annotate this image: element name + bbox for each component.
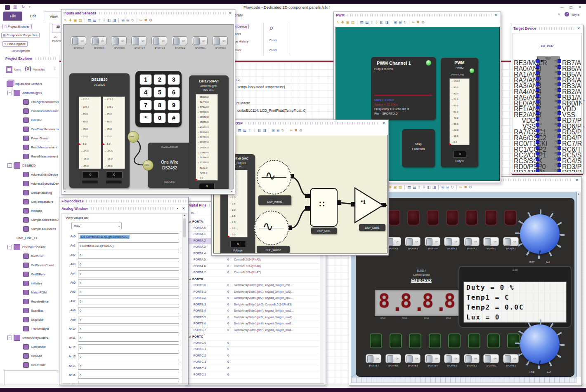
- pin-row-portb-0[interactable]: PORTB.00SwitchArraySlider1(pin0), keypad…: [187, 282, 319, 289]
- target-device-title[interactable]: Target Device ✕: [511, 25, 583, 32]
- ldr-knob[interactable]: [520, 324, 560, 364]
- onewire-block[interactable]: OneWireDS2482 One Wire DS2482 (I2C CH1): [148, 143, 191, 188]
- toggle-switch[interactable]: Off: [405, 354, 421, 363]
- analog-value-input[interactable]: 0: [78, 344, 179, 351]
- keypad-key-2[interactable]: 2: [154, 74, 166, 85]
- analog-outer-window[interactable]: Flowcodex19 Analog Window • ✕ View value…: [59, 197, 189, 385]
- delete-icon[interactable]: ✖: [464, 185, 467, 189]
- tree-item-gethandle[interactable]: GetHandle: [3, 342, 59, 351]
- group-expander-icon[interactable]: ◢: [189, 220, 191, 223]
- rotate-icon[interactable]: ↻: [403, 21, 406, 24]
- toggle-switch[interactable]: Off: [483, 354, 499, 363]
- keypad-key-3[interactable]: 3: [168, 74, 180, 85]
- toggle-switch[interactable]: Off: [483, 237, 499, 246]
- mixer-block[interactable]: ∶∶: [310, 188, 338, 227]
- flip-v-icon[interactable]: ◨: [432, 185, 436, 189]
- tree-item-initialise[interactable]: Initialise: [3, 279, 59, 288]
- tab-view[interactable]: View: [44, 12, 64, 21]
- push-button[interactable]: [429, 333, 441, 348]
- wave2-generator[interactable]: ∿: [254, 211, 289, 245]
- raise-icon[interactable]: ⇧: [248, 129, 251, 132]
- flowcode-doc-title[interactable]: Flowcodex19: [59, 197, 188, 204]
- target-device-window[interactable]: Target Device ✕ 16F1937 RE3/MCLR140RB7/A…: [511, 25, 584, 174]
- wire-node[interactable]: 1Wire: [128, 131, 139, 143]
- send-back-icon[interactable]: ⬓: [365, 21, 369, 24]
- analog-value-input[interactable]: 826 ComboBL0114(LightSensorADC): [78, 233, 179, 240]
- paste-icon[interactable]: ▤: [399, 185, 402, 189]
- expander-icon[interactable]: −: [7, 91, 12, 95]
- flip-v-icon[interactable]: ◨: [385, 21, 389, 24]
- keypad-key-*[interactable]: *: [139, 113, 152, 123]
- tree-item-inputs-and-sensors[interactable]: Inputs and Sensors: [3, 79, 59, 88]
- delete-icon[interactable]: ✖: [144, 19, 147, 22]
- tree-item-ambientlight1[interactable]: −AmbientLight1: [3, 88, 59, 97]
- pin-row-portc-5[interactable]: PORTC.50: [187, 372, 319, 379]
- config-icon[interactable]: ⚙: [149, 19, 152, 22]
- toggle-switch[interactable]: Off: [464, 237, 480, 246]
- tree-item-skipaddr[interactable]: SkipAddr: [3, 315, 59, 324]
- variables-icon[interactable]: {x}: [25, 66, 31, 72]
- analog-window-title[interactable]: Analog Window • ✕: [59, 204, 188, 212]
- component-properties-button[interactable]: ▤Component Properties: [1, 33, 40, 38]
- pin-row-portb-1[interactable]: PORTB.10SwitchArraySlider1(pin1), keypad…: [187, 289, 319, 296]
- dsp-window-title[interactable]: Outputs and DSP ✕: [212, 120, 388, 127]
- analog-value-input[interactable]: 0: [78, 353, 179, 360]
- undo-icon[interactable]: ↻: [21, 5, 25, 9]
- cut-icon[interactable]: ✂: [459, 185, 463, 189]
- close-icon[interactable]: ✕: [576, 26, 581, 31]
- tab-edit[interactable]: Edit: [24, 12, 42, 21]
- toggle-switch[interactable]: Off: [503, 354, 519, 363]
- keypad-key-0[interactable]: 0: [154, 113, 166, 123]
- config-icon[interactable]: ⚙: [469, 185, 472, 189]
- inputs-hscrollbar[interactable]: ◂▸: [63, 189, 233, 193]
- project-explorer-button[interactable]: ▢Project Explorer: [2, 24, 32, 29]
- tree-item-transmitbyte[interactable]: TransmitByte: [3, 324, 59, 333]
- config-icon[interactable]: ⚙: [299, 129, 302, 132]
- tree-item-addressnextdevice[interactable]: AddressNextDevice: [3, 170, 59, 179]
- push-button[interactable]: [370, 333, 382, 348]
- toggle-switch[interactable]: Off: [425, 354, 440, 363]
- keypad-key-#[interactable]: #: [168, 113, 180, 123]
- keypad-key-4[interactable]: 4: [139, 87, 152, 98]
- wire-node[interactable]: 1Wire: [143, 160, 154, 171]
- tree-item-addressspecificdevi[interactable]: AddressSpecificDevi: [3, 179, 59, 188]
- keypad-key-9[interactable]: 9: [168, 100, 180, 110]
- pin-row-portb-5[interactable]: PORTB.50SwitchArraySlider1(pin5), keypad…: [187, 315, 319, 322]
- pin-row-portc-4[interactable]: PORTC.40: [187, 366, 319, 373]
- bring-front-icon[interactable]: ⬒: [407, 185, 411, 189]
- bring-front-icon[interactable]: ⬒: [360, 21, 364, 24]
- ungroup-icon[interactable]: ⊟: [276, 129, 280, 132]
- analog-value-input[interactable]: 0: [78, 252, 179, 259]
- rotate-icon[interactable]: ↻: [281, 129, 284, 132]
- inputs-window-title[interactable]: Inputs and Sensors ✕: [61, 9, 235, 16]
- pwm-window-title[interactable]: PWM ✕: [334, 12, 501, 19]
- analog-value-input[interactable]: 0: [78, 326, 179, 333]
- tree-item-getserialstring[interactable]: GetSerialString: [3, 188, 59, 197]
- zoom-icon[interactable]: ⌕: [269, 23, 274, 33]
- pwm-channel-block[interactable]: PWM Channel 1 Duty = 0.00% Mark = 0.00us…: [371, 57, 436, 120]
- toggle-switch[interactable]: Off: [444, 237, 460, 246]
- push-button[interactable]: [487, 333, 500, 348]
- tree-item-switcharrayslider1[interactable]: −SwitchArraySlider1: [3, 333, 59, 342]
- pwm-slider[interactable]: 100.090.080.070.060.050.040.030.020.010.…: [449, 78, 470, 145]
- ungroup-icon[interactable]: ⊟: [126, 19, 130, 22]
- inputs-sensors-window[interactable]: Inputs and Sensors ✕ ↖✚▣▤⬒⬓⇧⇩◧◨⊞⊟↻✂✖⚙ On…: [61, 9, 235, 195]
- keypad-key-1[interactable]: 1: [139, 74, 152, 85]
- temp2-slider[interactable]: 125.0105.085.065.045.025.05.0-15.0-35.0-…: [103, 96, 125, 169]
- ribbon-collapse-icon[interactable]: ᐱ: [558, 13, 560, 16]
- pan-icon[interactable]: ✚: [341, 21, 345, 24]
- push-button[interactable]: [448, 333, 461, 348]
- delete-icon[interactable]: ✖: [416, 21, 420, 24]
- cut-icon[interactable]: ✂: [290, 129, 293, 132]
- raise-icon[interactable]: ⇧: [370, 21, 373, 24]
- tree-item-matchrom[interactable]: MatchROM: [3, 288, 59, 297]
- pin-row-portb[interactable]: ◢PORTB: [187, 276, 319, 283]
- maximize-button[interactable]: ▢: [569, 5, 573, 9]
- analog-value-input[interactable]: 0: [78, 279, 179, 286]
- expander-icon[interactable]: −: [7, 245, 12, 249]
- send-back-icon[interactable]: ⬓: [93, 19, 97, 22]
- tree-item-powerdown[interactable]: PowerDown: [3, 134, 59, 143]
- analog-value-input[interactable]: 0: [78, 270, 179, 277]
- analog-value-input[interactable]: 0: [78, 289, 179, 296]
- view-mode-dropdown[interactable]: Raw ▾: [71, 223, 122, 229]
